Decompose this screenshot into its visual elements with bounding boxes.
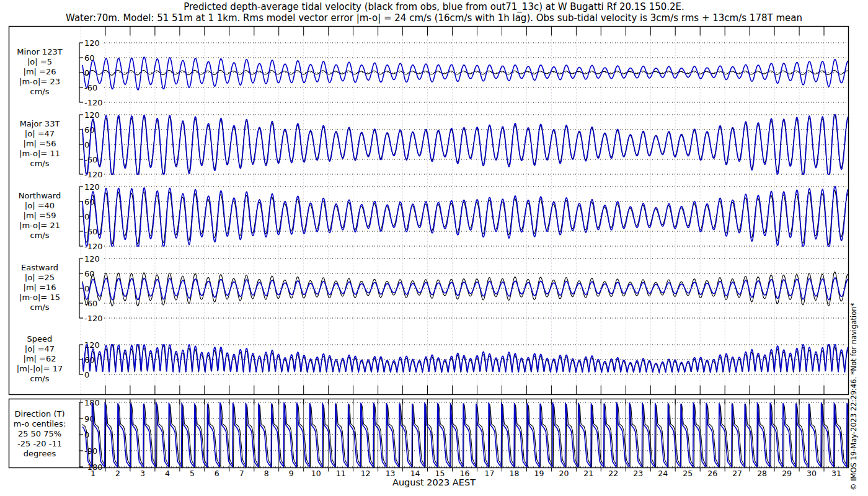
svg-text:14: 14 (410, 469, 420, 478)
x-tick-labels: 1234567891011121314151617181920212223242… (91, 469, 841, 478)
panel-label-direction: Direction (T)m-o centiles:25 50 75%-25 -… (5, 409, 74, 459)
svg-text:15: 15 (435, 469, 445, 478)
panel-direction: 180900-90-180 (79, 398, 849, 472)
series-northward-model (82, 187, 849, 246)
series-minor-model (82, 57, 849, 90)
svg-text:60: 60 (84, 269, 95, 278)
x-axis-label: August 2023 AEST (0, 477, 868, 487)
svg-text:21: 21 (583, 469, 593, 478)
panel-label-speed: Speed|o| =47|m| =62|m|-|o|= 17cm/s (5, 334, 74, 384)
svg-text:22: 22 (608, 469, 618, 478)
panel-major: 120600-60-120 (79, 110, 849, 179)
svg-text:3: 3 (140, 469, 145, 478)
series-speed-model (82, 345, 849, 373)
svg-text:7: 7 (239, 469, 244, 478)
svg-text:17: 17 (485, 469, 495, 478)
svg-text:9: 9 (289, 469, 294, 478)
series-eastward-obs (82, 272, 849, 306)
svg-text:60: 60 (84, 197, 95, 206)
svg-text:0: 0 (84, 212, 89, 221)
panel-northward: 120600-60-120 (79, 182, 849, 251)
svg-text:28: 28 (757, 469, 767, 478)
plot-canvas: 1234567891011121314151617181920212223242… (0, 0, 868, 496)
svg-text:31: 31 (831, 469, 841, 478)
panel-speed: 120600 (79, 340, 849, 379)
svg-text:11: 11 (336, 469, 346, 478)
series-minor-obs (82, 70, 849, 75)
svg-text:120: 120 (84, 254, 100, 264)
series-major-model (82, 115, 849, 174)
svg-text:29: 29 (782, 469, 792, 478)
svg-text:19: 19 (534, 469, 544, 478)
svg-text:0: 0 (84, 370, 89, 379)
panel-label-minor: Minor 123T|o| =5|m| =26|m-o|= 23cm/s (5, 47, 74, 97)
svg-text:120: 120 (84, 110, 100, 120)
panel-label-major: Major 33T|o| =47|m| =56|m-o|= 11cm/s (5, 119, 74, 169)
svg-text:18: 18 (509, 469, 519, 478)
svg-text:25: 25 (683, 469, 693, 478)
svg-text:-120: -120 (84, 314, 103, 323)
day-gridlines (81, 27, 849, 467)
series-direction-obs (82, 404, 849, 467)
svg-text:16: 16 (460, 469, 470, 478)
svg-text:-120: -120 (84, 98, 103, 107)
svg-text:60: 60 (84, 125, 95, 135)
figure: Predicted depth-average tidal velocity (… (0, 0, 868, 496)
svg-text:10: 10 (311, 469, 321, 478)
svg-text:4: 4 (165, 469, 170, 478)
svg-text:26: 26 (707, 469, 717, 478)
svg-text:-60: -60 (84, 227, 97, 236)
svg-text:5: 5 (190, 469, 195, 478)
svg-text:24: 24 (658, 469, 668, 478)
panel-label-northward: Northward|o| =40|m| =59|m-o|= 21cm/s (5, 191, 74, 241)
svg-text:-180: -180 (84, 463, 103, 472)
svg-text:120: 120 (84, 38, 100, 48)
svg-text:-60: -60 (84, 299, 97, 308)
svg-text:13: 13 (386, 469, 396, 478)
panel-eastward: 120600-60-120 (79, 254, 849, 323)
svg-text:120: 120 (84, 182, 100, 192)
copyright-watermark: © IMOS 19-May-2023 22:29:46. *Not for na… (849, 230, 858, 490)
svg-text:20: 20 (559, 469, 569, 478)
direction-frame (9, 399, 849, 468)
panel-label-eastward: Eastward|o| =25|m| =16|m-o|= 15cm/s (5, 263, 74, 312)
panel-minor: 120600-60-120 (79, 38, 849, 107)
svg-text:2: 2 (115, 469, 120, 478)
svg-text:0: 0 (84, 140, 89, 149)
svg-text:8: 8 (264, 469, 269, 478)
svg-text:23: 23 (633, 469, 643, 478)
svg-text:30: 30 (807, 469, 817, 478)
frame-ticks (105, 27, 824, 472)
svg-text:27: 27 (732, 469, 742, 478)
svg-text:0: 0 (84, 284, 89, 293)
svg-text:6: 6 (215, 469, 219, 478)
svg-text:12: 12 (361, 469, 371, 478)
svg-text:-60: -60 (84, 155, 97, 164)
series-major-obs (82, 115, 849, 174)
svg-text:0: 0 (84, 68, 89, 78)
